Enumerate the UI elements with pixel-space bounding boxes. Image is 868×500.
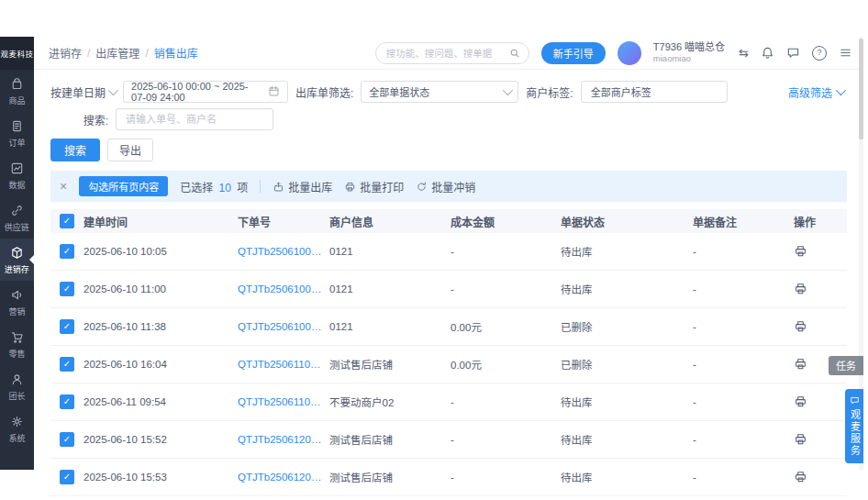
keyword-search-box[interactable]: [116, 108, 273, 130]
batch-print-label: 批量打印: [360, 179, 404, 194]
cell-create-time: 2025-06-10 11:38: [83, 321, 238, 332]
row-print-icon[interactable]: [794, 319, 807, 333]
search-icon: [509, 48, 520, 59]
batch-outbound-label: 批量出库: [288, 179, 332, 194]
col-ops: 操作: [794, 214, 847, 229]
global-search-input[interactable]: [384, 47, 504, 60]
cell-cost: 0.00元: [451, 357, 561, 372]
calendar-icon: [268, 85, 280, 99]
sidebar-item-retail[interactable]: 零售: [0, 323, 34, 365]
col-order-no: 下单号: [238, 214, 329, 229]
order-link[interactable]: QTJTb2506120001: [238, 434, 329, 445]
cell-merchant: 不要动商户02: [329, 394, 451, 409]
scrollbar-thumb[interactable]: [859, 39, 863, 139]
outbound-icon: [273, 181, 284, 193]
cell-remark: -: [693, 396, 794, 407]
row-checkbox[interactable]: [60, 432, 74, 447]
row-print-icon[interactable]: [794, 357, 807, 371]
col-status: 单据状态: [561, 214, 693, 229]
order-link[interactable]: QTJTb2506100005: [238, 246, 329, 257]
notification-icon[interactable]: [761, 46, 774, 60]
order-link[interactable]: QTJTb2506120002: [238, 472, 329, 483]
chevron-down-icon: [108, 85, 118, 95]
batch-reverse-button[interactable]: 批量冲销: [416, 179, 475, 194]
merchant-tag-field[interactable]: [589, 85, 719, 98]
sidebar-item-orders[interactable]: 订单: [0, 112, 34, 154]
row-print-icon[interactable]: [794, 282, 807, 295]
date-filter-label: 按建单日期: [50, 84, 106, 100]
col-create-time: 建单时间: [83, 214, 238, 229]
close-icon[interactable]: ×: [60, 180, 67, 193]
row-print-icon[interactable]: [794, 432, 807, 446]
row-checkbox[interactable]: [60, 319, 74, 334]
order-link[interactable]: QTJTb2506110004: [238, 396, 329, 407]
table-header-row: 建单时间 下单号 商户信息 成本金额 单据状态 单据备注 操作: [50, 209, 847, 233]
batch-print-button[interactable]: 批量打印: [344, 179, 404, 194]
row-checkbox[interactable]: [60, 244, 74, 259]
cell-create-time: 2025-06-10 15:52: [83, 434, 238, 445]
avatar[interactable]: [618, 41, 641, 65]
keyword-search-input[interactable]: [124, 113, 265, 126]
menu-icon[interactable]: [839, 46, 852, 60]
cell-merchant: 测试售后店铺: [329, 432, 451, 447]
merchant-tag-input[interactable]: [581, 81, 728, 103]
breadcrumb-current: 销售出库: [154, 45, 198, 61]
table-row: 2025-06-10 11:38 QTJTb2506100008 0121 0.…: [50, 308, 847, 346]
sidebar-item-label: 数据: [8, 181, 25, 189]
row-checkbox[interactable]: [60, 282, 74, 296]
status-select[interactable]: 全部单据状态: [361, 81, 518, 103]
cell-create-time: 2025-06-10 16:04: [83, 359, 238, 370]
date-range-input[interactable]: 2025-06-10 00:00 ~ 2025-07-09 24:00: [123, 81, 288, 103]
user-info[interactable]: T7936 喵喵总仓 miaomiao: [653, 41, 725, 65]
table-row: 2025-06-10 10:05 QTJTb2506100005 0121 - …: [50, 233, 847, 271]
sidebar-item-goods[interactable]: 商品: [0, 70, 34, 112]
breadcrumb-item[interactable]: 进销存: [49, 45, 82, 61]
guide-button[interactable]: 新手引导: [541, 42, 606, 64]
date-filter-type-dropdown[interactable]: 按建单日期: [50, 84, 116, 100]
switch-icon[interactable]: ⇆: [739, 46, 749, 60]
global-search[interactable]: [375, 42, 529, 64]
cell-remark: -: [693, 472, 794, 483]
keyword-search-label: 搜索:: [50, 112, 108, 128]
order-link[interactable]: QTJTb2506100008: [238, 321, 329, 332]
date-range-value: 2025-06-10 00:00 ~ 2025-07-09 24:00: [131, 81, 262, 103]
sidebar-item-inventory[interactable]: 进销存: [0, 239, 34, 281]
batch-reverse-label: 批量冲销: [431, 179, 475, 194]
table-row: 2025-06-10 15:52 QTJTb2506120001 测试售后店铺 …: [50, 421, 847, 459]
sidebar-item-system[interactable]: 系统: [0, 407, 34, 450]
status-select-value: 全部单据状态: [369, 84, 497, 99]
order-link[interactable]: QTJTb2506100006: [238, 283, 329, 294]
sidebar-item-leader[interactable]: 团长: [0, 365, 34, 407]
service-bubble-icon: [850, 395, 860, 406]
row-print-icon[interactable]: [794, 394, 807, 408]
service-tab[interactable]: 观麦服务: [845, 389, 863, 463]
leader-icon: [10, 372, 24, 390]
table-body: 2025-06-10 10:05 QTJTb2506100005 0121 - …: [50, 233, 847, 496]
advanced-filter-link[interactable]: 高级筛选: [788, 84, 843, 100]
col-cost: 成本金额: [451, 214, 561, 229]
table-row: 2025-06-10 16:04 QTJTb2506110001 测试售后店铺 …: [50, 346, 847, 383]
task-tab[interactable]: 任务: [829, 356, 863, 375]
status-filter-label: 出库单筛选:: [295, 84, 353, 100]
sidebar-item-label: 订单: [8, 139, 25, 147]
message-icon[interactable]: [786, 46, 800, 60]
search-button[interactable]: 搜索: [50, 139, 100, 161]
row-checkbox[interactable]: [60, 394, 74, 409]
help-icon[interactable]: ?: [812, 46, 827, 61]
select-all-pages-button[interactable]: 勾选所有页内容: [79, 176, 168, 196]
row-print-icon[interactable]: [794, 470, 807, 483]
cell-cost: -: [451, 434, 561, 445]
export-button[interactable]: 导出: [107, 139, 153, 161]
row-checkbox[interactable]: [60, 470, 74, 484]
app-logo: 观麦科技: [0, 37, 34, 70]
breadcrumb-item[interactable]: 出库管理: [95, 45, 139, 61]
cell-merchant: 0121: [329, 321, 451, 332]
row-checkbox[interactable]: [60, 357, 74, 372]
sidebar-item-marketing[interactable]: 营销: [0, 281, 34, 323]
sidebar-item-data[interactable]: 数据: [0, 154, 34, 196]
select-all-checkbox[interactable]: [60, 214, 74, 228]
batch-outbound-button[interactable]: 批量出库: [273, 179, 332, 194]
order-link[interactable]: QTJTb2506110001: [238, 359, 329, 370]
sidebar-item-supply-chain[interactable]: 供应链: [0, 196, 34, 239]
row-print-icon[interactable]: [794, 244, 807, 258]
